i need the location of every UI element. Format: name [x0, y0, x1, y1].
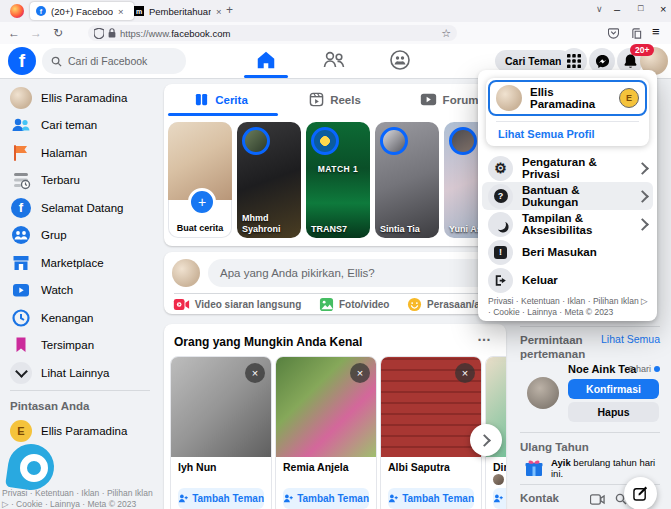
find-friends-button[interactable]: Cari Teman — [495, 50, 571, 72]
sidebar-item-see-more[interactable]: Lihat Lainnya — [2, 359, 160, 387]
sidebar-item-welcome[interactable]: f Selamat Datang — [2, 194, 160, 222]
sidebar-item-marketplace[interactable]: Marketplace — [2, 249, 160, 277]
composer-avatar[interactable] — [172, 259, 200, 287]
shield-icon[interactable] — [94, 28, 104, 39]
sidebar-item-memories[interactable]: Kenangan — [2, 304, 160, 332]
add-friend-button[interactable]: Tambah Teman — [283, 488, 369, 509]
sidebar-item-groups[interactable]: Grup — [2, 222, 160, 250]
chevron-right-icon — [636, 162, 649, 175]
nav-home-tab[interactable] — [244, 46, 288, 74]
tab-close-icon[interactable]: × — [118, 6, 124, 17]
birthday-row[interactable]: Ayik berulang tahun hari ini. — [524, 457, 659, 479]
pymk-person-card[interactable]: × Remia Anjela Tambah Teman — [275, 356, 377, 509]
new-tab-button[interactable]: + — [226, 3, 233, 17]
menu-item-feedback[interactable]: ! Beri Masukan — [482, 238, 653, 266]
tab-reels[interactable]: Reels — [278, 92, 392, 107]
app-menu-icon[interactable]: ≡ — [652, 24, 660, 39]
tab-privacy-notice[interactable]: m Pemberitahuan Privasi Firefox - × — [128, 2, 230, 20]
bookmark-star-icon[interactable]: ☆ — [441, 27, 451, 40]
tab-cerita[interactable]: Cerita — [164, 92, 278, 107]
sidebar-divider — [10, 390, 150, 391]
menu-item-logout[interactable]: Keluar — [482, 266, 653, 294]
shortcut-app-icon[interactable] — [8, 444, 54, 490]
switch-profile-icon[interactable]: E — [619, 88, 639, 108]
chevron-right-icon — [636, 190, 649, 203]
search-placeholder: Cari di Facebook — [68, 55, 147, 67]
friends-icon — [322, 49, 346, 71]
back-icon[interactable]: ← — [4, 26, 24, 40]
stories-card: Cerita Reels Forum + Buat cerita Mhmd Sy… — [164, 84, 506, 246]
sidebar-item-profile[interactable]: Ellis Paramadina — [2, 84, 160, 112]
nav-friends-tab[interactable] — [312, 46, 356, 74]
stories-row: + Buat cerita Mhmd Syahroni MATCH 1 TRAN… — [168, 122, 508, 238]
confirm-button[interactable]: Konfirmasi — [568, 379, 659, 399]
search-input[interactable]: Cari di Facebook — [42, 48, 186, 74]
list-tabs-icon[interactable]: ∨ — [596, 4, 603, 14]
moon-icon — [488, 212, 513, 237]
firefox-window: f (20+) Facebook × m Pemberitahuan Priva… — [0, 0, 671, 509]
delete-button[interactable]: Hapus — [568, 402, 659, 422]
window-minimize-button[interactable]: – — [614, 3, 620, 15]
pymk-next-button[interactable] — [470, 424, 502, 456]
add-friend-button[interactable]: Tambah Teman — [178, 488, 264, 509]
sidebar-item-find-friends[interactable]: Cari teman — [2, 112, 160, 140]
photo-video-button[interactable]: Foto/video — [319, 297, 390, 312]
window-close-button[interactable]: × — [660, 3, 666, 15]
pymk-title: Orang yang Mungkin Anda Kenal — [174, 335, 362, 349]
more-options-icon[interactable]: … — [477, 328, 492, 344]
flag-icon — [10, 142, 32, 164]
forward-icon[interactable]: → — [26, 26, 46, 40]
story-card[interactable]: MATCH 1 TRANS7 — [306, 122, 370, 238]
find-friends-icon — [10, 114, 32, 136]
menu-item-settings[interactable]: ⚙ Pengaturan & Privasi — [482, 154, 653, 182]
dismiss-icon[interactable]: × — [245, 363, 265, 383]
see-all-profiles-link[interactable]: Lihat Semua Profil — [488, 127, 647, 142]
library-icon[interactable] — [631, 28, 642, 39]
create-story-card[interactable]: + Buat cerita — [168, 122, 232, 238]
composer-prompt-text: Apa yang Anda pikirkan, Ellis? — [220, 267, 375, 279]
facebook-logo[interactable]: f — [8, 47, 36, 75]
sidebar-item-pages[interactable]: Halaman — [2, 139, 160, 167]
firefox-icon[interactable] — [10, 4, 24, 18]
tab-facebook[interactable]: f (20+) Facebook × — [30, 2, 134, 20]
facebook-circle-icon: f — [10, 197, 32, 219]
sidebar-item-saved[interactable]: Tersimpan — [2, 332, 160, 360]
story-card[interactable]: Sintia Tia — [375, 122, 439, 238]
menu-item-display[interactable]: Tampilan & Aksesibilitas — [482, 210, 653, 238]
action-label: Foto/video — [339, 299, 390, 310]
story-card[interactable]: Mhmd Syahroni — [237, 122, 301, 238]
plus-icon: + — [188, 188, 216, 216]
sidebar-item-watch[interactable]: Watch — [2, 277, 160, 305]
profile-link[interactable]: Ellis Paramadina E — [488, 80, 647, 116]
story-author-name: TRANS7 — [311, 224, 367, 234]
left-sidebar: Ellis Paramadina Cari teman Halaman Terb… — [2, 84, 160, 387]
shortcut-profile[interactable]: E Ellis Paramadina — [10, 420, 127, 442]
see-all-link[interactable]: Lihat Semua — [601, 333, 660, 345]
pymk-person-card[interactable]: × Iyh Nun Tambah Teman — [170, 356, 272, 509]
request-avatar[interactable] — [527, 377, 559, 409]
menu-item-help[interactable]: ? Bantuan & Dukungan — [482, 182, 653, 210]
add-friend-button[interactable]: Tambah Teman — [493, 488, 506, 509]
url-field[interactable]: https://www.facebook.com ☆ — [88, 25, 457, 41]
sidebar-item-label: Tersimpan — [41, 339, 94, 351]
pocket-icon[interactable] — [608, 28, 619, 39]
person-name: Albi Saputra — [388, 461, 474, 473]
birthday-text: Ayik berulang tahun hari ini. — [551, 457, 659, 479]
video-call-icon[interactable] — [590, 494, 605, 505]
url-text: https://www.facebook.com — [120, 28, 230, 39]
new-message-button[interactable] — [624, 477, 657, 509]
reload-icon[interactable]: ↻ — [48, 26, 68, 40]
add-friend-button[interactable]: Tambah Teman — [388, 488, 474, 509]
nav-groups-tab[interactable] — [378, 46, 422, 74]
composer-prompt-input[interactable]: Apa yang Anda pikirkan, Ellis? — [208, 259, 498, 287]
pymk-person-card[interactable]: × Albi Saputra Tambah Teman — [380, 356, 482, 509]
dismiss-icon[interactable]: × — [455, 363, 475, 383]
tab-close-icon[interactable]: × — [216, 6, 222, 17]
account-menu-items: ⚙ Pengaturan & Privasi ? Bantuan & Dukun… — [482, 154, 653, 294]
dismiss-icon[interactable]: × — [350, 363, 370, 383]
request-name[interactable]: Noe Aink Tea — [568, 363, 636, 375]
account-menu: Ellis Paramadina E Lihat Semua Profil ⚙ … — [478, 70, 657, 321]
live-video-button[interactable]: Video siaran langsung — [173, 298, 302, 311]
window-maximize-button[interactable]: □ — [638, 3, 643, 13]
sidebar-item-most-recent[interactable]: Terbaru — [2, 167, 160, 195]
